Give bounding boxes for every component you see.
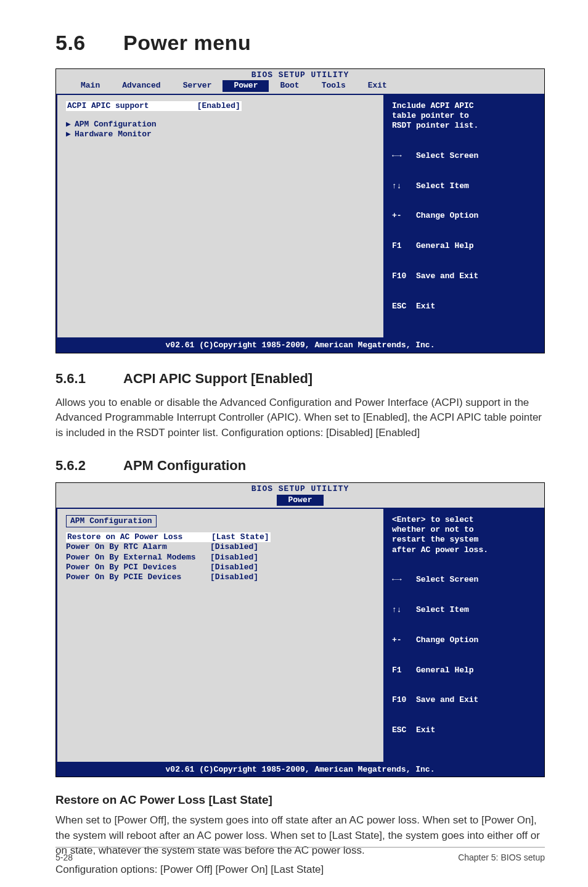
option-value: [Last State] — [211, 532, 269, 542]
tab-advanced[interactable]: Advanced — [111, 80, 171, 91]
option-label: Power On By PCIE Devices — [66, 572, 210, 582]
option-row[interactable]: Power On By PCI Devices [Disabled] — [66, 563, 375, 572]
section-title: Power menu — [123, 31, 251, 54]
submenu-arrow-icon: ▶ — [66, 130, 75, 139]
legend-select-item: ↑↓ Select Item — [392, 605, 536, 615]
body-text: Configuration options: [Power Off] [Powe… — [55, 862, 545, 878]
option-value: [Enabled] — [197, 101, 240, 110]
legend-change-option: +- Change Option — [392, 211, 536, 221]
legend-exit: ESC Exit — [392, 725, 536, 735]
pane-subtitle: APM Configuration — [66, 515, 157, 527]
bios-left-pane: APM Configuration Restore on AC Power Lo… — [56, 508, 384, 763]
tab-power[interactable]: Power — [223, 80, 269, 91]
subsection-title: ACPI APIC Support [Enabled] — [123, 371, 312, 386]
option-label: ACPI APIC support — [67, 101, 149, 110]
page-footer: 5-28 Chapter 5: BIOS setup — [55, 847, 545, 862]
bios-key-legend: ←→ Select Screen ↑↓ Select Item +- Chang… — [392, 555, 536, 756]
bios-panel: ACPI APIC support [Enabled] ▶APM Configu… — [56, 94, 544, 339]
option-acpi-apic-support[interactable]: ACPI APIC support [Enabled] — [66, 101, 242, 111]
page-title: 5.6Power menu — [55, 31, 545, 55]
subsection-number: 5.6.2 — [55, 458, 123, 474]
submenu-apm-configuration[interactable]: ▶APM Configuration — [66, 120, 375, 130]
submenu-label: APM Configuration — [75, 120, 157, 129]
bios-panel: APM Configuration Restore on AC Power Lo… — [56, 508, 544, 763]
page-number: 5-28 — [55, 852, 73, 862]
option-label: Power On By PCI Devices — [66, 563, 210, 572]
bios-key-legend: ←→ Select Screen ↑↓ Select Item +- Chang… — [392, 131, 536, 331]
option-value: [Disabled] — [210, 572, 258, 582]
option-row[interactable]: Restore on AC Power Loss [Last State] — [66, 532, 271, 542]
legend-select-item: ↑↓ Select Item — [392, 181, 536, 191]
bios-menubar: Main Advanced Server Power Boot Tools Ex… — [56, 80, 544, 93]
option-value: [Disabled] — [210, 563, 258, 572]
legend-exit: ESC Exit — [392, 302, 536, 311]
submenu-label: Hardware Monitor — [75, 130, 152, 139]
option-label: Power On By External Modems — [66, 553, 210, 562]
tab-power[interactable]: Power — [277, 495, 323, 506]
subsection-acpi-heading: 5.6.1ACPI APIC Support [Enabled] — [55, 371, 545, 387]
chapter-label: Chapter 5: BIOS setup — [458, 852, 545, 862]
legend-select-screen: ←→ Select Screen — [392, 151, 536, 161]
bios-title: BIOS SETUP UTILITY — [56, 483, 544, 494]
subsection-number: 5.6.1 — [55, 371, 123, 387]
option-label: Restore on AC Power Loss — [67, 532, 211, 542]
bios-right-pane: <Enter> to select whether or not to rest… — [384, 508, 544, 763]
legend-change-option: +- Change Option — [392, 635, 536, 645]
tab-boot[interactable]: Boot — [269, 80, 310, 91]
tab-server[interactable]: Server — [172, 80, 223, 91]
option-row[interactable]: Power On By RTC Alarm [Disabled] — [66, 542, 375, 552]
bios-title: BIOS SETUP UTILITY — [56, 69, 544, 80]
bios-help-text: Include ACPI APIC table pointer to RSDT … — [392, 101, 536, 131]
body-text: Allows you to enable or disable the Adva… — [55, 395, 545, 441]
legend-general-help: F1 General Help — [392, 666, 536, 675]
submenu-hardware-monitor[interactable]: ▶Hardware Monitor — [66, 130, 375, 139]
bios-footer: v02.61 (C)Copyright 1985-2009, American … — [56, 763, 544, 777]
legend-save-exit: F10 Save and Exit — [392, 695, 536, 705]
tab-main[interactable]: Main — [70, 80, 111, 91]
submenu-arrow-icon: ▶ — [66, 120, 75, 130]
option-row[interactable]: Power On By PCIE Devices [Disabled] — [66, 572, 375, 582]
section-number: 5.6 — [55, 31, 123, 55]
subsection-apm-heading: 5.6.2APM Configuration — [55, 458, 545, 474]
option-value: [Disabled] — [210, 553, 258, 562]
tab-exit[interactable]: Exit — [357, 80, 398, 91]
option-label: Power On By RTC Alarm — [66, 542, 210, 551]
tab-tools[interactable]: Tools — [311, 80, 357, 91]
legend-save-exit: F10 Save and Exit — [392, 271, 536, 281]
bios-right-pane: Include ACPI APIC table pointer to RSDT … — [384, 94, 544, 339]
option-value: [Disabled] — [210, 542, 258, 551]
bios-menubar-single: Power — [56, 495, 544, 508]
option-row[interactable]: Power On By External Modems [Disabled] — [66, 553, 375, 563]
legend-select-screen: ←→ Select Screen — [392, 575, 536, 585]
legend-general-help: F1 General Help — [392, 241, 536, 251]
bios-help-text: <Enter> to select whether or not to rest… — [392, 515, 536, 555]
bios-footer: v02.61 (C)Copyright 1985-2009, American … — [56, 339, 544, 352]
bios-left-pane: ACPI APIC support [Enabled] ▶APM Configu… — [56, 94, 384, 339]
option-heading-restore: Restore on AC Power Loss [Last State] — [55, 793, 545, 807]
bios-screenshot-apm: BIOS SETUP UTILITY Power APM Configurati… — [55, 482, 545, 777]
subsection-title: APM Configuration — [123, 458, 246, 473]
bios-screenshot-power: BIOS SETUP UTILITY Main Advanced Server … — [55, 68, 545, 353]
